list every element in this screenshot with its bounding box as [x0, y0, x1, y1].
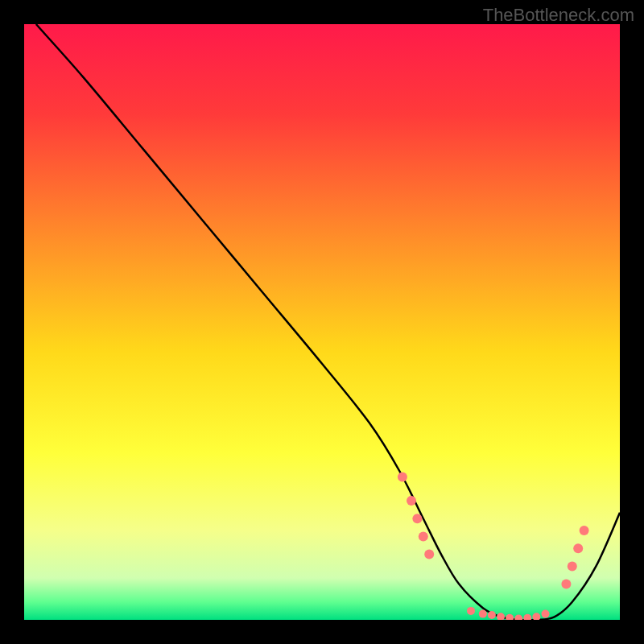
data-marker: [424, 550, 434, 559]
data-marker: [506, 614, 514, 620]
data-marker: [407, 496, 416, 506]
data-marker: [467, 607, 475, 615]
data-marker: [488, 611, 496, 619]
data-marker: [580, 526, 589, 535]
data-marker: [497, 613, 505, 620]
data-marker: [542, 610, 550, 618]
data-marker: [514, 615, 522, 620]
data-marker: [568, 561, 577, 571]
chart-frame: [24, 24, 620, 620]
data-marker: [532, 613, 540, 620]
data-markers: [398, 472, 589, 620]
data-marker: [419, 531, 428, 541]
data-marker: [561, 580, 571, 589]
data-marker: [523, 614, 531, 620]
watermark-text: TheBottleneck.com: [483, 5, 634, 26]
data-marker: [398, 472, 407, 481]
curve-layer: [24, 24, 620, 620]
data-marker: [479, 610, 487, 618]
plot-area: [24, 24, 620, 620]
data-marker: [412, 514, 422, 523]
data-marker: [573, 543, 583, 553]
bottleneck-curve: [36, 24, 620, 620]
